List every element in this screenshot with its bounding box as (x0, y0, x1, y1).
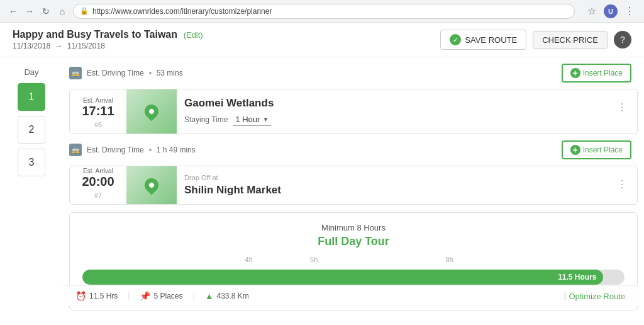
optimize-route-button[interactable]: ⎹ Optimize Route (558, 291, 625, 301)
progress-value: 11.5 Hours (558, 273, 596, 282)
title-area: Happy and Busy Travels to Taiwan (Edit) … (13, 29, 203, 50)
check-price-button[interactable]: CHECK PRICE (533, 31, 608, 49)
staying-time-label: Staying Time (184, 115, 228, 124)
distance-value: 433.8 Km (217, 292, 249, 300)
staying-time-select[interactable]: 1 Hour ▼ (233, 113, 271, 126)
driving-row-2: 🚋 Est. Driving Time 1 h 49 mins + Insert… (63, 137, 638, 163)
date-range: 11/13/2018 → 11/15/2018 (13, 42, 203, 50)
staying-value: 1 Hour (235, 115, 260, 124)
user-avatar: U (604, 4, 618, 18)
stat-hours: ⏰ 11.5 Hrs (75, 291, 118, 301)
separator-2: | (193, 292, 195, 300)
place-arrival-2: Est. Arrival 20:00 #7 (70, 166, 126, 204)
plus-circle-icon-2: + (570, 145, 580, 155)
place-card-1: Est. Arrival 17:11 #6 Gaomei Wetlands St (69, 89, 638, 134)
dot-1 (149, 72, 152, 74)
page: Happy and Busy Travels to Taiwan (Edit) … (0, 23, 644, 325)
day-sidebar: Day 1 2 3 (0, 57, 63, 319)
places-value: 5 Places (153, 292, 182, 300)
triangle-icon: ▲ (205, 291, 214, 301)
page-title: Happy and Busy Travels to Taiwan (13, 29, 177, 40)
bottom-bar: ⏰ 11.5 Hrs | 📌 5 Places | ▲ 433.8 Km ⎹ O… (63, 285, 638, 306)
stat-places: 📌 5 Places (140, 291, 182, 301)
tour-min-label: Minimum 8 Hours (82, 223, 625, 232)
map-pin-1 (142, 101, 161, 121)
dot-2 (149, 149, 152, 151)
place-num-2: #7 (94, 191, 102, 199)
main-content: Day 1 2 3 🚋 Est. Driving Time 53 mins + … (0, 57, 644, 319)
forward-btn[interactable]: → (24, 6, 35, 17)
place-info-1: Gaomei Wetlands Staying Time 1 Hour ▼ ⋮ (177, 89, 637, 134)
progress-label-8h: 8h (446, 256, 453, 263)
reload-btn[interactable]: ↻ (40, 6, 52, 17)
est-driving-label-1: Est. Driving Time (87, 69, 144, 77)
arrival-label-1: Est. Arrival (83, 97, 113, 104)
browser-actions: ☆ U ⋮ (585, 4, 636, 18)
plus-circle-icon-1: + (570, 68, 580, 78)
progress-label-4h: 4h (245, 256, 253, 263)
back-btn[interactable]: ← (8, 6, 19, 17)
place-name-1: Gaomei Wetlands (184, 97, 614, 110)
staying-time-row: Staying Time 1 Hour ▼ (184, 113, 614, 126)
place-num-1: #6 (94, 121, 102, 128)
menu-btn[interactable]: ⋮ (623, 4, 636, 18)
day-item-2[interactable]: 2 (18, 116, 45, 144)
insert-place-button-2[interactable]: + Insert Place (562, 140, 631, 159)
home-btn[interactable]: ⌂ (57, 6, 68, 17)
insert-place-label-1: Insert Place (583, 69, 623, 77)
tour-type-label: Full Day Tour (82, 235, 625, 248)
save-route-button[interactable]: ✓ SAVE ROUTE (440, 30, 526, 50)
page-header: Happy and Busy Travels to Taiwan (Edit) … (0, 23, 644, 57)
arrival-label-2: Est. Arrival (83, 168, 113, 174)
progress-label-5h: 5h (310, 256, 318, 263)
driving-row-1: 🚋 Est. Driving Time 53 mins + Insert Pla… (63, 60, 638, 86)
place-name-2: Shilin Night Market (184, 184, 614, 197)
day-item-1[interactable]: 1 (18, 83, 45, 111)
stat-distance: ▲ 433.8 Km (205, 291, 249, 301)
map-pin-2 (142, 175, 161, 195)
check-circle-icon: ✓ (450, 34, 461, 45)
day-label: Day (6, 67, 57, 77)
arrow-icon: → (55, 42, 64, 50)
title-row: Happy and Busy Travels to Taiwan (Edit) (13, 29, 203, 40)
place-card-2: Est. Arrival 20:00 #7 Drop Off at Shilin… (69, 166, 638, 205)
arrival-time-2: 20:00 (82, 174, 114, 189)
date-to: 11/15/2018 (67, 42, 105, 50)
address-bar[interactable]: 🔒 https://www.ownrides.com/itinerary/cus… (73, 4, 575, 19)
save-route-label: SAVE ROUTE (465, 35, 517, 45)
lock-icon: 🔒 (80, 7, 89, 15)
star-btn[interactable]: ☆ (585, 4, 599, 18)
hours-value: 11.5 Hrs (89, 292, 118, 300)
driving-duration-2: 1 h 49 mins (157, 145, 196, 154)
arrival-time-1: 17:11 (82, 104, 114, 118)
bus-icon-1: 🚋 (69, 67, 82, 79)
driving-info-1: 🚋 Est. Driving Time 53 mins (69, 67, 183, 79)
progress-track: 11.5 Hours (82, 270, 625, 285)
bus-icon-2: 🚋 (69, 144, 82, 156)
more-options-btn-1[interactable]: ⋮ (614, 100, 630, 115)
insert-place-button-1[interactable]: + Insert Place (562, 64, 631, 83)
clock-icon: ⏰ (75, 291, 86, 301)
url-text: https://www.ownrides.com/itinerary/custo… (92, 7, 272, 16)
more-options-btn-2[interactable]: ⋮ (614, 176, 630, 191)
edit-link[interactable]: (Edit) (184, 30, 203, 40)
driving-info-2: 🚋 Est. Driving Time 1 h 49 mins (69, 144, 196, 156)
optimize-icon: ⎹ (558, 291, 565, 301)
day-item-3[interactable]: 3 (18, 149, 45, 176)
optimize-label: Optimize Route (569, 292, 625, 301)
drop-off-label: Drop Off at (184, 174, 614, 181)
place-arrival-1: Est. Arrival 17:11 #6 (70, 89, 126, 134)
place-map-1 (126, 89, 177, 134)
insert-place-label-2: Insert Place (583, 145, 623, 154)
est-driving-label-2: Est. Driving Time (87, 145, 144, 154)
driving-duration-1: 53 mins (157, 69, 183, 77)
map-placeholder-2 (126, 166, 177, 204)
chevron-down-icon: ▼ (262, 116, 269, 123)
help-button[interactable]: ? (614, 31, 631, 48)
date-from: 11/13/2018 (13, 42, 50, 50)
place-map-2 (126, 166, 177, 204)
progress-fill: 11.5 Hours (82, 270, 603, 285)
browser-chrome: ← → ↻ ⌂ 🔒 https://www.ownrides.com/itine… (0, 0, 644, 23)
itinerary-area: 🚋 Est. Driving Time 53 mins + Insert Pla… (63, 57, 644, 319)
place-info-2: Drop Off at Shilin Night Market ⋮ (177, 166, 637, 204)
